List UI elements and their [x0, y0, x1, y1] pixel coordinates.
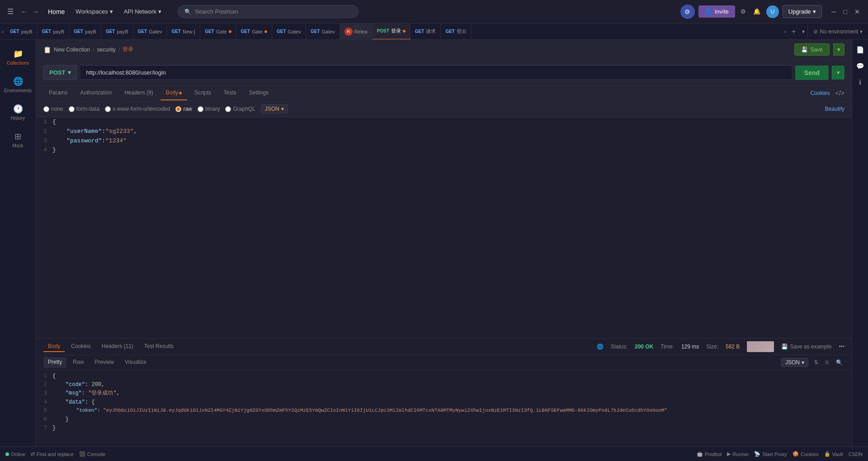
- json-format-select[interactable]: JSON ▾: [261, 104, 288, 113]
- tab-settings[interactable]: Settings: [244, 86, 274, 100]
- opt-raw[interactable]: raw: [175, 106, 192, 112]
- tab-scroll-right[interactable]: ›: [783, 28, 788, 35]
- tab-authorization[interactable]: Authorization: [75, 86, 117, 100]
- tab-request[interactable]: GET 请求: [410, 24, 441, 40]
- breadcrumb-collection[interactable]: New Collection: [54, 47, 90, 53]
- invite-button[interactable]: 👤 Invite: [698, 5, 735, 18]
- environment-selector[interactable]: ⊘ No environment ▾: [807, 24, 868, 39]
- upgrade-button[interactable]: Upgrade ▾: [783, 5, 822, 18]
- search-response-icon[interactable]: 🔍: [834, 358, 844, 367]
- method-selector[interactable]: POST ▾: [43, 65, 77, 80]
- tab-0[interactable]: GET payB: [5, 24, 38, 40]
- resp-subtab-visualize[interactable]: Visualize: [120, 357, 151, 368]
- send-dropdown-button[interactable]: ▾: [832, 66, 844, 80]
- resp-subtab-preview[interactable]: Preview: [90, 357, 118, 368]
- save-button[interactable]: 💾 Save: [794, 43, 830, 56]
- tab-8[interactable]: GET Gatev: [272, 24, 306, 40]
- resp-tab-test-results[interactable]: Test Results: [140, 341, 178, 352]
- format-selector[interactable]: JSON ▾: [781, 358, 808, 367]
- nav-arrows: ← →: [19, 7, 41, 16]
- resp-tab-body[interactable]: Body: [43, 341, 65, 352]
- sidebar-item-history[interactable]: 🕐 History: [2, 100, 34, 124]
- tab-6[interactable]: GET Gate: [200, 24, 236, 40]
- tab-4[interactable]: GET Gatev: [133, 24, 167, 40]
- tab-3[interactable]: GET payB: [101, 24, 133, 40]
- close-button[interactable]: ✕: [852, 7, 863, 16]
- csdn-button[interactable]: CSDN: [849, 451, 863, 457]
- tab-scripts[interactable]: Scripts: [189, 86, 217, 100]
- nav-back[interactable]: ←: [19, 7, 29, 16]
- tab-headers[interactable]: Headers (9): [119, 86, 158, 100]
- online-dot: [5, 452, 9, 456]
- tab-release[interactable]: R Relea: [340, 24, 373, 40]
- cookies-button[interactable]: 🍪 Cookies: [793, 451, 819, 457]
- right-icon-comments[interactable]: 💬: [854, 60, 867, 72]
- tab-overflow-button[interactable]: ▾: [799, 28, 807, 35]
- cookies-link[interactable]: Cookies: [810, 90, 830, 96]
- send-button[interactable]: Send: [795, 66, 829, 80]
- postbot-button[interactable]: 🤖 Postbot: [697, 451, 722, 457]
- tab-method: GET: [138, 29, 147, 34]
- postbot-icon: 🤖: [697, 451, 703, 457]
- request-body-editor[interactable]: 1 { 2 "userName":"sg2233", 3 "password":…: [36, 118, 852, 338]
- sidebar-item-environments[interactable]: 🌐 Environments: [2, 73, 34, 97]
- start-proxy-button[interactable]: 📡 Start Proxy: [754, 451, 787, 457]
- save-icon: 💾: [801, 47, 808, 53]
- opt-binary[interactable]: binary: [198, 106, 220, 112]
- save-example-link[interactable]: 💾 Save as example: [781, 343, 831, 350]
- resp-tab-headers[interactable]: Headers (11): [97, 341, 138, 352]
- copy-icon[interactable]: ⎘: [824, 358, 830, 367]
- tab-params[interactable]: Params: [43, 86, 73, 100]
- right-icon-info[interactable]: ℹ: [856, 76, 864, 89]
- status-code: 200 OK: [635, 343, 653, 350]
- tab-body[interactable]: Body: [160, 86, 187, 100]
- vault-button[interactable]: 🔒 Vault: [824, 451, 843, 457]
- console-button[interactable]: ⬛ Console: [79, 451, 105, 457]
- tab-tests[interactable]: Tests: [218, 86, 242, 100]
- tab-scroll-left[interactable]: ‹: [0, 28, 5, 35]
- workspaces-button[interactable]: Workspaces ▾: [72, 6, 116, 17]
- invite-icon: 👤: [705, 8, 712, 15]
- tab-logout[interactable]: GET 登出: [441, 24, 472, 40]
- runner-button[interactable]: ▶ Runner: [727, 451, 749, 457]
- find-replace-button[interactable]: ⇄ Find and replace: [31, 451, 74, 457]
- opt-form-data[interactable]: form-data: [69, 106, 99, 112]
- right-icon-docs[interactable]: 📄: [854, 43, 867, 56]
- tab-2[interactable]: GET payB: [69, 24, 101, 40]
- sidebar-item-mock[interactable]: ⊞ Mock: [2, 128, 34, 152]
- tab-5[interactable]: GET New [: [167, 24, 200, 40]
- opt-urlencoded[interactable]: x-www-form-urlencoded: [105, 106, 170, 112]
- save-dropdown-button[interactable]: ▾: [833, 43, 844, 56]
- nav-forward[interactable]: →: [31, 7, 41, 16]
- tab-method: GET: [277, 29, 286, 34]
- more-options-icon[interactable]: •••: [839, 343, 844, 350]
- tab-9[interactable]: GET Gatev: [306, 24, 340, 40]
- opt-none[interactable]: none: [43, 106, 63, 112]
- tab-7[interactable]: GET Gate: [236, 24, 272, 40]
- tab-post-login[interactable]: POST 登录: [373, 24, 410, 40]
- tab-method: GET: [106, 29, 115, 34]
- filter-icon[interactable]: ⇅: [812, 358, 820, 367]
- search-bar[interactable]: 🔍 Search Postman: [178, 5, 359, 18]
- url-input[interactable]: [80, 65, 791, 80]
- settings-button[interactable]: ⚙: [739, 6, 748, 17]
- resp-subtab-raw[interactable]: Raw: [68, 357, 88, 368]
- notification-button[interactable]: 🔔: [751, 6, 763, 17]
- opt-graphql[interactable]: GraphQL: [225, 106, 255, 112]
- beautify-link[interactable]: Beautify: [825, 106, 844, 112]
- maximize-button[interactable]: □: [841, 7, 850, 16]
- minimize-button[interactable]: ─: [829, 7, 839, 16]
- code-link[interactable]: </>: [835, 89, 844, 97]
- menu-icon[interactable]: ☰: [5, 5, 15, 18]
- breadcrumb-folder[interactable]: security: [97, 47, 115, 53]
- tab-1[interactable]: GET payB: [38, 24, 70, 40]
- api-network-button[interactable]: API Network ▾: [120, 6, 165, 17]
- resp-tab-cookies[interactable]: Cookies: [66, 341, 95, 352]
- user-avatar[interactable]: U: [766, 5, 779, 18]
- response-status: 🌐 Status: 200 OK Time: 129 ms Size: 582 …: [597, 341, 844, 352]
- sidebar-item-collections[interactable]: 📁 Collections: [2, 45, 34, 69]
- resp-subtab-pretty[interactable]: Pretty: [43, 357, 66, 368]
- proxy-icon: 📡: [754, 451, 760, 457]
- add-tab-button[interactable]: +: [788, 28, 799, 36]
- home-link[interactable]: Home: [44, 6, 68, 17]
